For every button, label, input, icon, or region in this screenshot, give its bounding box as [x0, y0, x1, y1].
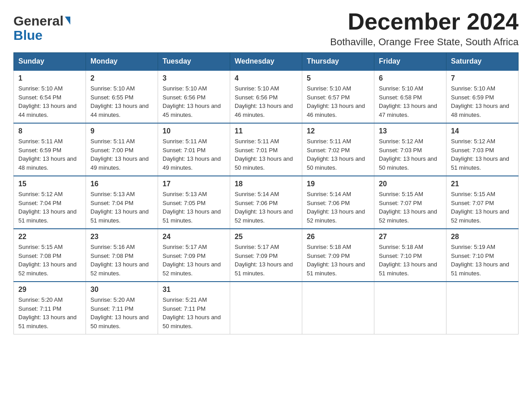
- weekday-header-sunday: Sunday: [14, 53, 86, 71]
- day-info: Sunrise: 5:20 AMSunset: 7:11 PMDaylight:…: [18, 295, 81, 330]
- calendar-cell: 15 Sunrise: 5:12 AMSunset: 7:04 PMDaylig…: [14, 176, 86, 229]
- day-number: 20: [379, 180, 442, 188]
- weekday-header-saturday: Saturday: [446, 53, 519, 71]
- calendar-cell: 14 Sunrise: 5:12 AMSunset: 7:03 PMDaylig…: [446, 123, 519, 176]
- day-info: Sunrise: 5:15 AMSunset: 7:08 PMDaylight:…: [18, 243, 81, 278]
- logo-general-text: General: [13, 13, 64, 29]
- day-info: Sunrise: 5:17 AMSunset: 7:09 PMDaylight:…: [163, 243, 225, 278]
- calendar-cell: 18 Sunrise: 5:14 AMSunset: 7:06 PMDaylig…: [230, 176, 302, 229]
- day-number: 5: [307, 74, 369, 82]
- logo-triangle-icon: [65, 17, 70, 25]
- calendar-cell: [446, 282, 519, 334]
- day-info: Sunrise: 5:11 AMSunset: 6:59 PMDaylight:…: [18, 137, 81, 172]
- calendar-cell: [302, 282, 374, 334]
- weekday-header-tuesday: Tuesday: [158, 53, 230, 71]
- day-info: Sunrise: 5:16 AMSunset: 7:08 PMDaylight:…: [90, 243, 153, 278]
- day-number: 7: [451, 74, 514, 82]
- day-number: 17: [163, 180, 225, 188]
- calendar-cell: 17 Sunrise: 5:13 AMSunset: 7:05 PMDaylig…: [158, 176, 230, 229]
- calendar-week-row: 22 Sunrise: 5:15 AMSunset: 7:08 PMDaylig…: [14, 229, 519, 282]
- day-info: Sunrise: 5:10 AMSunset: 6:54 PMDaylight:…: [18, 84, 81, 119]
- calendar-cell: 2 Sunrise: 5:10 AMSunset: 6:55 PMDayligh…: [86, 70, 158, 123]
- calendar-table: SundayMondayTuesdayWednesdayThursdayFrid…: [13, 52, 519, 334]
- day-number: 23: [90, 233, 153, 241]
- day-info: Sunrise: 5:11 AMSunset: 7:01 PMDaylight:…: [235, 137, 297, 172]
- day-info: Sunrise: 5:21 AMSunset: 7:11 PMDaylight:…: [163, 295, 225, 330]
- calendar-cell: 10 Sunrise: 5:11 AMSunset: 7:01 PMDaylig…: [158, 123, 230, 176]
- logo: General Blue: [13, 13, 70, 43]
- calendar-cell: 7 Sunrise: 5:10 AMSunset: 6:59 PMDayligh…: [446, 70, 519, 123]
- calendar-cell: 5 Sunrise: 5:10 AMSunset: 6:57 PMDayligh…: [302, 70, 374, 123]
- title-area: December 2024 Bothaville, Orange Free St…: [330, 9, 519, 48]
- weekday-header-friday: Friday: [374, 53, 446, 71]
- calendar-cell: 21 Sunrise: 5:15 AMSunset: 7:07 PMDaylig…: [446, 176, 519, 229]
- calendar-cell: 11 Sunrise: 5:11 AMSunset: 7:01 PMDaylig…: [230, 123, 302, 176]
- day-info: Sunrise: 5:13 AMSunset: 7:05 PMDaylight:…: [163, 190, 225, 225]
- day-number: 30: [90, 286, 153, 294]
- day-number: 27: [379, 233, 442, 241]
- weekday-header-monday: Monday: [86, 53, 158, 71]
- calendar-cell: 4 Sunrise: 5:10 AMSunset: 6:56 PMDayligh…: [230, 70, 302, 123]
- day-number: 28: [451, 233, 514, 241]
- calendar-cell: 29 Sunrise: 5:20 AMSunset: 7:11 PMDaylig…: [14, 282, 86, 334]
- day-info: Sunrise: 5:10 AMSunset: 6:56 PMDaylight:…: [163, 84, 225, 119]
- calendar-week-row: 1 Sunrise: 5:10 AMSunset: 6:54 PMDayligh…: [14, 70, 519, 123]
- day-number: 24: [163, 233, 225, 241]
- day-number: 26: [307, 233, 369, 241]
- day-number: 18: [235, 180, 297, 188]
- calendar-week-row: 29 Sunrise: 5:20 AMSunset: 7:11 PMDaylig…: [14, 282, 519, 334]
- day-number: 21: [451, 180, 514, 188]
- day-number: 25: [235, 233, 297, 241]
- calendar-cell: 27 Sunrise: 5:18 AMSunset: 7:10 PMDaylig…: [374, 229, 446, 282]
- day-info: Sunrise: 5:10 AMSunset: 6:57 PMDaylight:…: [307, 84, 369, 119]
- calendar-cell: 8 Sunrise: 5:11 AMSunset: 6:59 PMDayligh…: [14, 123, 86, 176]
- day-number: 10: [163, 127, 225, 135]
- day-info: Sunrise: 5:11 AMSunset: 7:00 PMDaylight:…: [90, 137, 153, 172]
- calendar-cell: [374, 282, 446, 334]
- day-number: 19: [307, 180, 369, 188]
- day-info: Sunrise: 5:10 AMSunset: 6:56 PMDaylight:…: [235, 84, 297, 119]
- day-info: Sunrise: 5:12 AMSunset: 7:03 PMDaylight:…: [379, 137, 442, 172]
- day-info: Sunrise: 5:10 AMSunset: 6:58 PMDaylight:…: [379, 84, 442, 119]
- day-info: Sunrise: 5:12 AMSunset: 7:03 PMDaylight:…: [451, 137, 514, 172]
- weekday-header-row: SundayMondayTuesdayWednesdayThursdayFrid…: [14, 53, 519, 71]
- calendar-cell: 1 Sunrise: 5:10 AMSunset: 6:54 PMDayligh…: [14, 70, 86, 123]
- location-subtitle: Bothaville, Orange Free State, South Afr…: [330, 36, 519, 48]
- weekday-header-wednesday: Wednesday: [230, 53, 302, 71]
- day-info: Sunrise: 5:13 AMSunset: 7:04 PMDaylight:…: [90, 190, 153, 225]
- logo-blue-text: Blue: [13, 28, 43, 43]
- calendar-cell: 9 Sunrise: 5:11 AMSunset: 7:00 PMDayligh…: [86, 123, 158, 176]
- day-number: 15: [18, 180, 81, 188]
- page-header: General Blue December 2024 Bothaville, O…: [13, 9, 519, 48]
- day-info: Sunrise: 5:14 AMSunset: 7:06 PMDaylight:…: [235, 190, 297, 225]
- day-number: 11: [235, 127, 297, 135]
- day-info: Sunrise: 5:20 AMSunset: 7:11 PMDaylight:…: [90, 295, 153, 330]
- day-number: 29: [18, 286, 81, 294]
- calendar-cell: 6 Sunrise: 5:10 AMSunset: 6:58 PMDayligh…: [374, 70, 446, 123]
- month-title: December 2024: [330, 9, 519, 34]
- calendar-cell: 26 Sunrise: 5:18 AMSunset: 7:09 PMDaylig…: [302, 229, 374, 282]
- day-number: 12: [307, 127, 369, 135]
- calendar-cell: 23 Sunrise: 5:16 AMSunset: 7:08 PMDaylig…: [86, 229, 158, 282]
- day-number: 8: [18, 127, 81, 135]
- calendar-week-row: 8 Sunrise: 5:11 AMSunset: 6:59 PMDayligh…: [14, 123, 519, 176]
- day-number: 22: [18, 233, 81, 241]
- day-number: 6: [379, 74, 442, 82]
- calendar-cell: 31 Sunrise: 5:21 AMSunset: 7:11 PMDaylig…: [158, 282, 230, 334]
- day-number: 9: [90, 127, 153, 135]
- day-number: 16: [90, 180, 153, 188]
- day-info: Sunrise: 5:12 AMSunset: 7:04 PMDaylight:…: [18, 190, 81, 225]
- day-info: Sunrise: 5:11 AMSunset: 7:01 PMDaylight:…: [163, 137, 225, 172]
- day-info: Sunrise: 5:15 AMSunset: 7:07 PMDaylight:…: [451, 190, 514, 225]
- day-info: Sunrise: 5:17 AMSunset: 7:09 PMDaylight:…: [235, 243, 297, 278]
- calendar-cell: 20 Sunrise: 5:15 AMSunset: 7:07 PMDaylig…: [374, 176, 446, 229]
- calendar-cell: [230, 282, 302, 334]
- day-number: 13: [379, 127, 442, 135]
- calendar-cell: 19 Sunrise: 5:14 AMSunset: 7:06 PMDaylig…: [302, 176, 374, 229]
- day-info: Sunrise: 5:19 AMSunset: 7:10 PMDaylight:…: [451, 243, 514, 278]
- day-number: 4: [235, 74, 297, 82]
- day-info: Sunrise: 5:15 AMSunset: 7:07 PMDaylight:…: [379, 190, 442, 225]
- calendar-cell: 22 Sunrise: 5:15 AMSunset: 7:08 PMDaylig…: [14, 229, 86, 282]
- day-info: Sunrise: 5:14 AMSunset: 7:06 PMDaylight:…: [307, 190, 369, 225]
- calendar-cell: 16 Sunrise: 5:13 AMSunset: 7:04 PMDaylig…: [86, 176, 158, 229]
